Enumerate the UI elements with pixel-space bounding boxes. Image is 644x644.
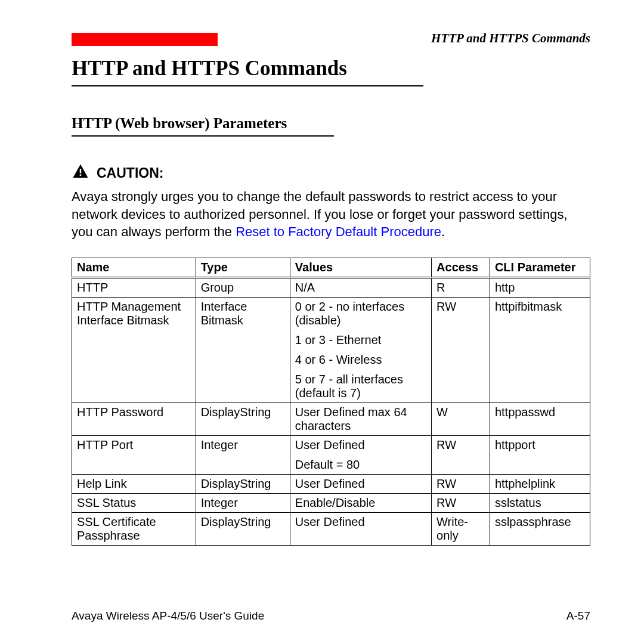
- cell-type: DisplayString: [196, 475, 290, 494]
- cell-cli: httphelplink: [490, 475, 590, 494]
- cell-values: User DefinedDefault = 80: [290, 436, 431, 475]
- col-header-type: Type: [196, 258, 290, 278]
- cell-values: User Defined max 64 characters: [290, 403, 431, 436]
- cell-name: Help Link: [72, 475, 196, 494]
- cell-access: R: [432, 278, 490, 298]
- cell-name: HTTP Management Interface Bitmask: [72, 298, 196, 403]
- page-footer: Avaya Wireless AP-4/5/6 User's Guide A-5…: [72, 609, 590, 623]
- footer-page-number: A-57: [566, 609, 590, 623]
- cell-name: HTTP Password: [72, 403, 196, 436]
- cell-type: DisplayString: [196, 513, 290, 546]
- col-header-values: Values: [290, 258, 431, 278]
- header-section-title: HTTP and HTTPS Commands: [431, 31, 590, 46]
- cell-cli: sslpassphrase: [490, 513, 590, 546]
- cell-cli: httpport: [490, 436, 590, 475]
- cell-cli: http: [490, 278, 590, 298]
- brand-bar: [72, 33, 218, 46]
- table-header-row: Name Type Values Access CLI Parameter: [72, 258, 590, 278]
- caution-text-after: .: [441, 224, 445, 239]
- cell-name: HTTP: [72, 278, 196, 298]
- table-row: SSL Certificate PassphraseDisplayStringU…: [72, 513, 590, 546]
- cell-values: User Defined: [290, 513, 431, 546]
- page-header: HTTP and HTTPS Commands: [72, 31, 590, 46]
- parameters-table: Name Type Values Access CLI Parameter HT…: [72, 258, 590, 546]
- table-row: HTTP PortIntegerUser DefinedDefault = 80…: [72, 436, 590, 475]
- cell-type: DisplayString: [196, 403, 290, 436]
- cell-name: HTTP Port: [72, 436, 196, 475]
- cell-type: Group: [196, 278, 290, 298]
- page-title: HTTP and HTTPS Commands: [72, 57, 423, 86]
- cell-access: Write-only: [432, 513, 490, 546]
- cell-access: W: [432, 403, 490, 436]
- table-row: HTTP Management Interface BitmaskInterfa…: [72, 298, 590, 403]
- cell-type: Integer: [196, 494, 290, 513]
- warning-icon: [72, 163, 89, 183]
- caution-text: Avaya strongly urges you to change the d…: [72, 188, 590, 241]
- col-header-cli: CLI Parameter: [490, 258, 590, 278]
- cell-cli: httppasswd: [490, 403, 590, 436]
- section-subtitle: HTTP (Web browser) Parameters: [72, 115, 334, 137]
- col-header-access: Access: [432, 258, 490, 278]
- cell-type: Interface Bitmask: [196, 298, 290, 403]
- cell-values: Enable/Disable: [290, 494, 431, 513]
- cell-name: SSL Status: [72, 494, 196, 513]
- cell-cli: sslstatus: [490, 494, 590, 513]
- table-row: HTTP PasswordDisplayStringUser Defined m…: [72, 403, 590, 436]
- col-header-name: Name: [72, 258, 196, 278]
- table-row: HTTPGroupN/ARhttp: [72, 278, 590, 298]
- cell-name: SSL Certificate Passphrase: [72, 513, 196, 546]
- table-row: SSL StatusIntegerEnable/DisableRWsslstat…: [72, 494, 590, 513]
- cell-access: RW: [432, 475, 490, 494]
- cell-cli: httpifbitmask: [490, 298, 590, 403]
- cell-access: RW: [432, 436, 490, 475]
- cell-type: Integer: [196, 436, 290, 475]
- cell-values: 0 or 2 - no interfaces (disable)1 or 3 -…: [290, 298, 431, 403]
- cell-values: N/A: [290, 278, 431, 298]
- cell-access: RW: [432, 494, 490, 513]
- cell-values: User Defined: [290, 475, 431, 494]
- footer-guide-title: Avaya Wireless AP-4/5/6 User's Guide: [72, 609, 264, 623]
- svg-rect-0: [80, 169, 82, 174]
- table-row: Help LinkDisplayStringUser DefinedRWhttp…: [72, 475, 590, 494]
- svg-rect-1: [80, 174, 82, 176]
- caution-label: CAUTION:: [97, 165, 163, 181]
- cell-access: RW: [432, 298, 490, 403]
- reset-procedure-link[interactable]: Reset to Factory Default Procedure: [236, 224, 441, 239]
- caution-heading: CAUTION:: [72, 163, 590, 183]
